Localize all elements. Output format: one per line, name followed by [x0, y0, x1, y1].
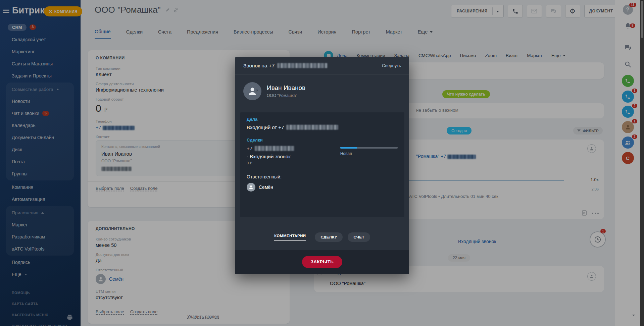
- deal-row: +7 - Входящий звонок 0 ₽ Новая: [247, 146, 398, 165]
- contact-name[interactable]: Иван Иванов: [267, 84, 305, 92]
- incoming-activity[interactable]: Входящий от +7: [247, 124, 398, 130]
- call-popup-tabs: КОММЕНТАРИЙ СДЕЛКУ СЧЕТ: [235, 232, 409, 242]
- call-popup-header: Звонок на +7 Свернуть: [235, 57, 409, 74]
- call-details-panel: Дела Входящий от +7 Сделки +7 - Входящий…: [240, 112, 404, 217]
- bitrix24-crm-screen: Битрикс КОМПАНИЯ CRM 3 Складской учёт Ма…: [0, 0, 644, 326]
- stage-name: Новая: [340, 151, 398, 156]
- activities-label: Дела: [247, 117, 398, 122]
- responsible-row[interactable]: Семён: [247, 183, 398, 192]
- redacted-phone: [255, 146, 294, 151]
- call-popup: Звонок на +7 Свернуть ? Иван Иванов ООО …: [235, 57, 409, 274]
- popup-tab-comment[interactable]: КОММЕНТАРИЙ: [274, 234, 306, 241]
- call-contact-block: ? Иван Иванов ООО "Ромашка": [235, 74, 409, 108]
- deal-title-link[interactable]: +7 - Входящий звонок: [247, 146, 340, 159]
- deal-amount: 0 ₽: [247, 161, 340, 165]
- responsible-name: Семён: [259, 184, 273, 190]
- close-button[interactable]: ЗАКРЫТЬ: [302, 256, 342, 268]
- contact-avatar: ?: [243, 82, 261, 100]
- call-popup-title: Звонок на +7: [243, 63, 328, 69]
- contact-company: ООО "Ромашка": [267, 93, 305, 98]
- popup-tab-invoice[interactable]: СЧЕТ: [348, 232, 370, 242]
- redacted-phone: [286, 125, 338, 130]
- avatar: [247, 183, 255, 192]
- stage-progress-bar: [340, 147, 398, 149]
- call-popup-footer: ЗАКРЫТЬ: [235, 250, 409, 274]
- deals-label: Сделки: [247, 138, 398, 143]
- redacted-phone: [277, 63, 328, 68]
- deal-stage: Новая: [340, 146, 398, 165]
- question-mark-icon: ?: [256, 89, 258, 93]
- responsible-label: Ответственный:: [247, 174, 398, 179]
- collapse-link[interactable]: Свернуть: [382, 63, 401, 68]
- popup-tab-deal[interactable]: СДЕЛКУ: [315, 232, 343, 242]
